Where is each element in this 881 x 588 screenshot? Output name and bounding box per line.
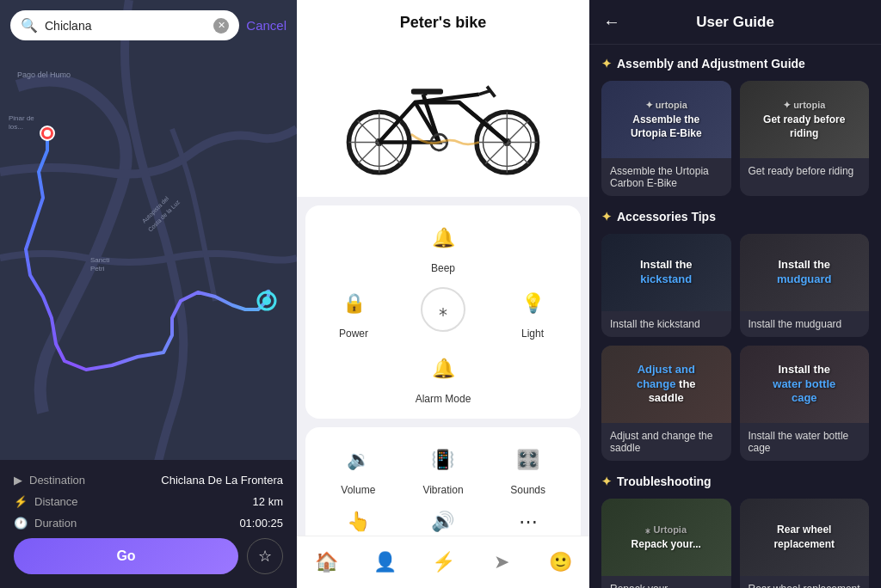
- vibration-label: Vibration: [422, 484, 463, 496]
- alarm-row: 🔔 Alarm Mode: [319, 350, 567, 405]
- kickstand-label: Install the kickstand: [601, 311, 731, 337]
- repack-label: Repack your...: [601, 576, 731, 588]
- advanced-control[interactable]: ⋯ Advanced: [489, 503, 567, 536]
- volume-control[interactable]: 🔉 Volume: [319, 441, 397, 496]
- volume-icon: 🔉: [339, 441, 377, 479]
- light-icon: 💡: [514, 285, 551, 322]
- accessories-section-title: ✦ Accessories Tips: [601, 210, 869, 224]
- kickstand-thumbnail: Install thekickstand: [601, 234, 731, 311]
- speaker-icon: 🔊: [424, 503, 462, 536]
- search-input-wrap[interactable]: 🔍 ✕: [10, 10, 239, 40]
- fingerprint-icon: 👆: [339, 503, 377, 536]
- bluetooth-icon: ⁎: [421, 287, 465, 332]
- saddle-thumbnail: Adjust andchange thesaddle: [601, 346, 731, 423]
- assembly-section-title: ✦ Assembly and Adjustment Guide: [601, 57, 869, 70]
- svg-text:Pinar de: Pinar de: [9, 114, 34, 122]
- user-guide-header: ← User Guide: [589, 0, 881, 45]
- alarm-label: Alarm Mode: [416, 393, 471, 405]
- favorite-button[interactable]: ☆: [247, 538, 283, 574]
- speaker-control[interactable]: 🔊 Speaker: [404, 503, 483, 536]
- assemble-thumbnail: ✦ urtopia Assemble theUrtopia E-Bike: [601, 81, 731, 158]
- assembly-grid: ✦ urtopia Assemble theUrtopia E-Bike Ass…: [601, 81, 869, 196]
- search-input[interactable]: [45, 19, 206, 33]
- distance-icon: ⚡: [14, 495, 28, 508]
- distance-label: ⚡ Distance: [14, 495, 78, 508]
- power-control[interactable]: 🔒 Power: [319, 285, 388, 340]
- guide-card-mudguard[interactable]: Install themudguard Install the mudguard: [740, 234, 870, 337]
- troubleshooting-grid: ⁎ Urtopia Repack your... Repack your... …: [601, 499, 869, 588]
- svg-text:Petri: Petri: [90, 265, 105, 273]
- sparkle-icon-1: ✦: [601, 57, 612, 70]
- sounds-icon: 🎛️: [509, 441, 547, 479]
- assemble-label: Assemble the Urtopia Carbon E-Bike: [601, 158, 731, 196]
- troubleshooting-section-title: ✦ Troubleshooting: [601, 475, 869, 488]
- ready-label: Get ready before riding: [740, 158, 870, 184]
- fingerprint-control[interactable]: 👆 Fingerprint: [319, 503, 397, 536]
- svg-text:Pago del Humo: Pago del Humo: [17, 70, 71, 79]
- light-label: Light: [521, 328, 544, 340]
- guide-card-rearwheel[interactable]: Rear wheelreplacement Rear wheel replace…: [740, 499, 870, 588]
- tab-user[interactable]: 🙂: [543, 545, 577, 579]
- user-guide-panel: ← User Guide ✦ Assembly and Adjustment G…: [589, 0, 881, 588]
- go-button[interactable]: Go: [14, 538, 238, 574]
- vibration-icon: 📳: [424, 441, 462, 479]
- mudguard-thumbnail: Install themudguard: [740, 234, 870, 311]
- light-control[interactable]: 💡 Light: [498, 285, 567, 340]
- navigation-info: ▶ Destination Chiclana De La Frontera ⚡ …: [0, 460, 297, 588]
- mid-controls-row: 🔒 Power ⁎ 💡 Light: [319, 285, 567, 340]
- duration-label: 🕐 Duration: [14, 517, 77, 530]
- saddle-label: Adjust and change the saddle: [601, 423, 731, 461]
- tab-bar: 🏠 👤 ⚡ ➤ 🙂: [297, 536, 589, 588]
- bike-title: Peter's bike: [311, 14, 576, 32]
- beep-row: 🔔 Beep: [319, 219, 567, 274]
- back-button[interactable]: ←: [603, 12, 620, 32]
- destination-label: ▶ Destination: [14, 474, 85, 487]
- power-label: Power: [339, 328, 368, 340]
- controls-grid: 🔉 Volume 📳 Vibration 🎛️ Sounds 👆 Fingerp…: [319, 441, 567, 536]
- mudguard-label: Install the mudguard: [740, 311, 870, 337]
- guide-card-bottle[interactable]: Install thewater bottlecage Install the …: [740, 346, 870, 461]
- volume-label: Volume: [341, 484, 375, 496]
- advanced-icon: ⋯: [509, 503, 547, 536]
- accessories-grid: Install thekickstand Install the kicksta…: [601, 234, 869, 461]
- tab-home[interactable]: 🏠: [309, 545, 343, 579]
- sparkle-icon-3: ✦: [601, 475, 612, 488]
- sounds-control[interactable]: 🎛️ Sounds: [489, 441, 567, 496]
- guide-card-kickstand[interactable]: Install thekickstand Install the kicksta…: [601, 234, 731, 337]
- bike-image-area: [297, 46, 589, 197]
- search-bar[interactable]: 🔍 ✕ Cancel: [10, 10, 286, 40]
- bike-header: Peter's bike: [297, 0, 589, 46]
- tab-navigation[interactable]: ➤: [484, 545, 519, 579]
- repack-thumbnail: ⁎ Urtopia Repack your...: [601, 499, 731, 576]
- vibration-control[interactable]: 📳 Vibration: [404, 441, 483, 496]
- bottle-thumbnail: Install thewater bottlecage: [740, 346, 870, 423]
- guide-card-saddle[interactable]: Adjust andchange thesaddle Adjust and ch…: [601, 346, 731, 461]
- bluetooth-control[interactable]: ⁎: [409, 287, 477, 337]
- alarm-icon: 🔔: [424, 350, 462, 388]
- svg-point-9: [44, 130, 51, 137]
- user-guide-content: ✦ Assembly and Adjustment Guide ✦ urtopi…: [589, 45, 881, 588]
- guide-card-repack[interactable]: ⁎ Urtopia Repack your... Repack your...: [601, 499, 731, 588]
- beep-label: Beep: [431, 262, 455, 274]
- bottle-label: Install the water bottle cage: [740, 423, 870, 461]
- cancel-button[interactable]: Cancel: [246, 18, 286, 33]
- svg-text:Sancti: Sancti: [90, 256, 109, 264]
- beep-control[interactable]: 🔔 Beep: [409, 219, 477, 274]
- guide-card-assemble[interactable]: ✦ urtopia Assemble theUrtopia E-Bike Ass…: [601, 81, 731, 196]
- search-clear-button[interactable]: ✕: [213, 18, 229, 34]
- map-view[interactable]: Pago del Humo Pinar de los... Sancti Pet…: [0, 0, 297, 476]
- power-icon: 🔒: [335, 285, 373, 322]
- duration-icon: 🕐: [14, 517, 28, 530]
- beep-icon: 🔔: [424, 219, 462, 257]
- destination-icon: ▶: [14, 474, 22, 487]
- duration-row: 🕐 Duration 01:00:25: [14, 517, 283, 530]
- ready-thumbnail: ✦ urtopia Get ready beforeriding: [740, 81, 870, 158]
- search-icon: 🔍: [21, 17, 38, 34]
- tab-people[interactable]: 👤: [367, 545, 402, 579]
- controls-area: 🔔 Beep 🔒 Power ⁎ 💡 Light: [297, 197, 589, 536]
- destination-row: ▶ Destination Chiclana De La Frontera: [14, 474, 283, 487]
- alarm-control[interactable]: 🔔 Alarm Mode: [409, 350, 477, 405]
- tab-bike[interactable]: ⚡: [426, 545, 460, 579]
- guide-card-ready[interactable]: ✦ urtopia Get ready beforeriding Get rea…: [740, 81, 870, 196]
- duration-value: 01:00:25: [239, 517, 283, 530]
